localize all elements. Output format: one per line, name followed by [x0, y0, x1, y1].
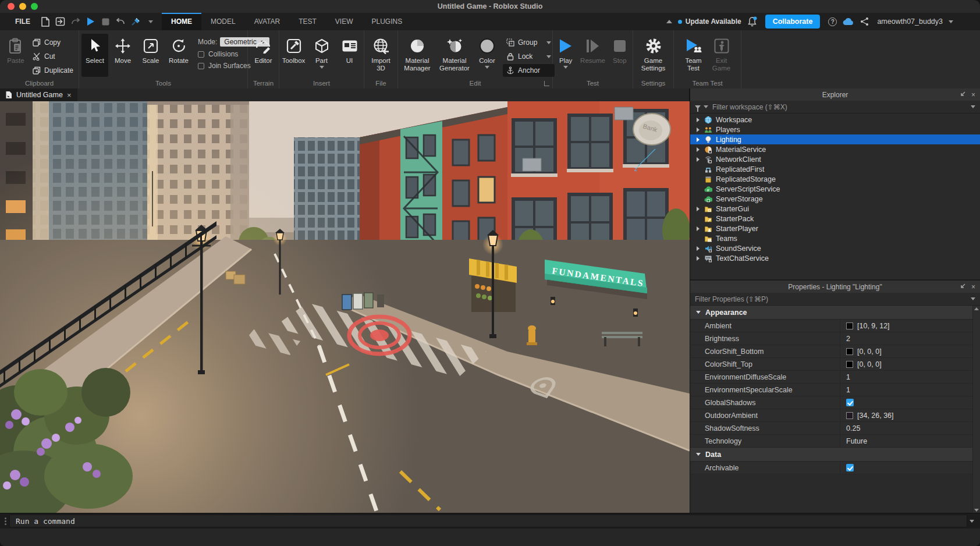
play-caret-icon[interactable] — [563, 66, 568, 69]
explorer-filter-caret-icon[interactable] — [971, 105, 975, 108]
tab-home[interactable]: HOME — [162, 13, 201, 30]
maximize-window-button[interactable] — [31, 3, 38, 10]
tab-view[interactable]: VIEW — [326, 13, 363, 30]
quick-stop-icon[interactable] — [98, 13, 113, 30]
tab-model[interactable]: MODEL — [201, 13, 245, 30]
close-window-button[interactable] — [8, 3, 15, 10]
part-caret-icon[interactable] — [319, 66, 324, 69]
tree-item-workspace[interactable]: Workspace — [690, 115, 980, 125]
property-value[interactable]: 0.25 — [840, 422, 972, 434]
properties-scrollbar[interactable] — [972, 306, 980, 513]
expand-arrow-icon[interactable] — [697, 226, 700, 231]
section-collapse-icon[interactable] — [696, 311, 701, 314]
command-bar-input[interactable]: Run a command — [9, 515, 967, 527]
command-bar-grip[interactable] — [0, 517, 8, 525]
section-collapse-icon[interactable] — [696, 453, 701, 456]
toolbox-button[interactable]: Toolbox — [280, 34, 307, 77]
property-value[interactable]: 1 — [840, 384, 972, 396]
explorer-filter-input[interactable]: Filter workspace (⇧⌘X) — [690, 101, 980, 114]
tree-item-soundservice[interactable]: SoundService — [690, 243, 980, 253]
scroll-down-icon[interactable] — [974, 509, 979, 512]
section-appearance[interactable]: Appearance — [690, 306, 972, 320]
quick-play-icon[interactable] — [83, 13, 98, 30]
tab-plugins[interactable]: PLUGINS — [362, 13, 411, 30]
select-tool-button[interactable]: Select — [81, 34, 108, 77]
property-value[interactable]: [34, 26, 36] — [840, 409, 972, 421]
tab-test[interactable]: TEST — [289, 13, 326, 30]
rotate-tool-button[interactable]: Rotate — [165, 34, 192, 77]
material-generator-button[interactable]: Material Generator — [436, 34, 473, 77]
cloud-sync-icon[interactable] — [843, 17, 854, 26]
scroll-up-icon[interactable] — [974, 307, 979, 310]
expand-arrow-icon[interactable] — [697, 118, 700, 122]
copy-button[interactable]: Copy — [29, 36, 77, 49]
filter-options-caret-icon[interactable] — [704, 105, 708, 108]
team-test-button[interactable]: Team Test — [680, 34, 707, 77]
paste-button[interactable]: Paste — [2, 34, 29, 77]
expand-arrow-icon[interactable] — [697, 147, 700, 152]
play-button[interactable]: Play — [553, 34, 578, 77]
properties-filter-caret-icon[interactable] — [971, 297, 975, 300]
expand-arrow-icon[interactable] — [697, 246, 700, 251]
tree-item-textchatservice[interactable]: TextChatService — [690, 253, 980, 263]
undock-panel-icon[interactable] — [959, 91, 965, 98]
explorer-close-icon[interactable]: × — [971, 91, 975, 99]
color-button[interactable]: Color — [474, 34, 500, 77]
property-value[interactable]: Future — [840, 435, 972, 447]
tree-item-materialservice[interactable]: MaterialService — [690, 144, 980, 154]
globalshadows-checkbox[interactable] — [846, 399, 854, 406]
help-icon[interactable]: ? — [828, 17, 837, 26]
tab-avatar[interactable]: AVATAR — [245, 13, 289, 30]
import-3d-button[interactable]: Import 3D — [368, 34, 395, 77]
ui-button[interactable]: UI — [336, 34, 363, 77]
property-value[interactable]: [0, 0, 0] — [840, 358, 972, 370]
new-file-icon[interactable] — [37, 13, 52, 30]
open-file-icon[interactable] — [52, 13, 68, 30]
property-value[interactable]: [0, 0, 0] — [840, 345, 972, 357]
notifications-bell-icon[interactable] — [747, 16, 757, 27]
quickbar-customize-icon[interactable] — [143, 13, 158, 30]
cut-button[interactable]: Cut — [29, 50, 77, 63]
color-swatch[interactable] — [846, 412, 853, 419]
tree-item-replicatedfirst[interactable]: ReplicatedFirst — [690, 164, 980, 174]
tree-item-starterplayer[interactable]: StarterPlayer — [690, 224, 980, 233]
lock-button[interactable]: Lock — [503, 50, 555, 63]
account-username[interactable]: ameowth07_buddy3 — [877, 17, 943, 26]
game-settings-button[interactable]: Game Settings — [636, 34, 671, 77]
update-available[interactable]: Update Available — [678, 17, 741, 26]
color-caret-icon[interactable] — [485, 66, 489, 69]
undock-panel-icon[interactable] — [959, 283, 965, 290]
account-menu-caret-icon[interactable] — [949, 20, 953, 23]
group-caret-icon[interactable] — [546, 41, 551, 44]
part-button[interactable]: Part — [308, 34, 335, 77]
color-swatch[interactable] — [846, 361, 853, 368]
tree-item-starterpack[interactable]: StarterPack — [690, 214, 980, 224]
plugin-tool-icon[interactable] — [128, 13, 143, 30]
archivable-checkbox[interactable] — [846, 464, 854, 471]
file-menu-button[interactable]: FILE — [8, 17, 37, 26]
expand-arrow-icon[interactable] — [697, 207, 700, 211]
terrain-editor-button[interactable]: Editor — [250, 34, 277, 77]
share-icon[interactable] — [860, 17, 869, 26]
property-value[interactable]: [10, 9, 12] — [840, 320, 972, 332]
stop-button[interactable]: Stop — [607, 34, 633, 77]
properties-close-icon[interactable]: × — [971, 283, 975, 291]
tree-item-teams[interactable]: Teams — [690, 233, 980, 243]
properties-filter-input[interactable]: Filter Properties (⇧⌘P) — [690, 293, 980, 306]
tree-item-networkclient[interactable]: NetworkClient — [690, 154, 980, 164]
collapse-ribbon-icon[interactable] — [666, 20, 672, 23]
viewport-3d[interactable]: Bank z — [0, 101, 690, 513]
exit-game-button[interactable]: Exit Game — [708, 34, 735, 77]
section-data[interactable]: Data — [690, 448, 972, 462]
command-bar-caret-icon[interactable] — [970, 520, 974, 523]
tree-item-players[interactable]: Players — [690, 125, 980, 134]
redo-icon[interactable] — [68, 13, 83, 30]
material-manager-button[interactable]: Material Manager — [399, 34, 435, 77]
undo-icon[interactable] — [113, 13, 128, 30]
duplicate-button[interactable]: Duplicate — [29, 64, 77, 77]
minimize-window-button[interactable] — [19, 3, 26, 10]
tree-item-startergui[interactable]: StarterGui — [690, 204, 980, 214]
expand-arrow-icon[interactable] — [697, 256, 700, 261]
lock-caret-icon[interactable] — [546, 55, 551, 58]
move-tool-button[interactable]: Move — [109, 34, 136, 77]
